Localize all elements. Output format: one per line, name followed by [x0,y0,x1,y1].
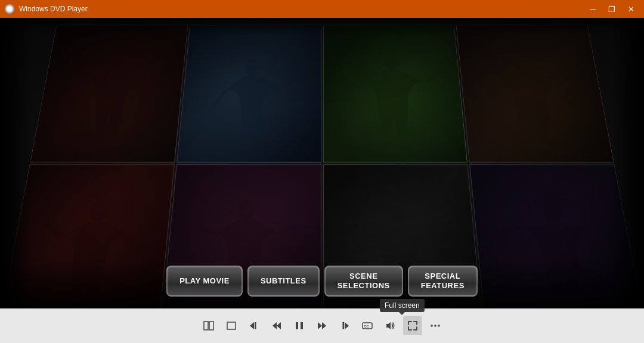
special-features-button[interactable]: SPECIALFEATURES [408,266,478,297]
skip-forward-icon [339,320,350,331]
titlebar: Windows DVD Player ─ ❐ ✕ [0,0,644,18]
more-icon [430,320,441,331]
close-button[interactable]: ✕ [623,2,639,15]
fast-forward-icon [317,320,327,331]
svg-point-52 [438,325,440,327]
dvd-menu-buttons: PLAY MOVIE SUBTItLeS SCENESELECTIONS SPE… [0,266,644,297]
svg-marker-43 [318,322,322,329]
svg-rect-36 [227,322,236,329]
svg-rect-34 [204,322,208,330]
grid-cell-1 [177,26,321,162]
titlebar-left: Windows DVD Player [5,4,88,14]
controls-bar: Full screen [0,308,644,343]
play-movie-button[interactable]: PLAY MOVIE [166,266,243,297]
svg-marker-39 [273,322,277,329]
skip-forward-button[interactable] [335,316,354,335]
fast-forward-button[interactable] [312,316,332,335]
svg-text:CC: CC [364,325,369,328]
skip-back-icon [249,320,259,331]
video-area: PLAY MOVIE SUBTItLeS SCENESELECTIONS SPE… [0,18,644,308]
rewind-button[interactable] [267,316,286,335]
fullscreen-icon [407,320,418,331]
volume-button[interactable] [380,316,400,335]
svg-point-51 [434,325,436,327]
fullscreen-button[interactable] [403,316,422,335]
svg-point-50 [431,325,433,327]
titlebar-controls: ─ ❐ ✕ [584,2,639,15]
app-title: Windows DVD Player [19,5,88,13]
grid-cell-3 [456,26,614,162]
svg-rect-35 [209,322,213,330]
panels-icon [203,320,214,331]
skip-back-button[interactable] [244,316,264,335]
toggle-panels-button[interactable] [199,316,218,335]
svg-marker-45 [345,322,349,329]
app-icon [5,4,14,14]
svg-marker-44 [322,322,326,329]
dvd-background [0,18,644,308]
svg-marker-49 [386,322,391,329]
edge-top [0,18,644,36]
captions-button[interactable]: CC [358,316,377,335]
svg-rect-38 [255,322,256,329]
grid-cell-2 [323,26,467,162]
svg-marker-37 [250,322,254,329]
grid-cell-0 [30,26,188,162]
aspect-ratio-button[interactable] [222,316,241,335]
more-options-button[interactable] [426,316,445,335]
scene-selections-button[interactable]: SCENESELECTIONS [324,266,403,297]
pause-icon [294,320,305,331]
rect-icon [226,320,237,331]
svg-rect-31 [541,191,561,203]
svg-rect-42 [301,322,303,329]
svg-rect-46 [343,322,345,329]
cc-icon: CC [362,320,373,331]
restore-button[interactable]: ❐ [603,2,620,15]
volume-icon [385,320,395,331]
play-pause-button[interactable] [290,316,309,335]
rewind-icon [271,320,282,331]
svg-rect-41 [296,322,298,329]
minimize-button[interactable]: ─ [584,2,601,15]
subtitles-button[interactable]: SUBTItLeS [247,266,320,297]
svg-marker-40 [277,322,281,329]
